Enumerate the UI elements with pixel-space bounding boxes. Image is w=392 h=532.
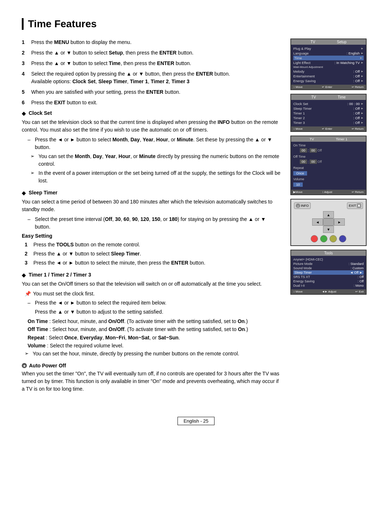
sleep-timer-body: You can select a time period of between …: [22, 198, 282, 213]
red-button[interactable]: [311, 235, 318, 242]
sleep-timer-bullets: – Select the preset time interval (Off, …: [28, 215, 282, 231]
diamond-icon: ◆: [22, 190, 26, 196]
volume-value: 10: [293, 182, 303, 187]
footer-exit: ↩ Exit: [355, 290, 364, 293]
setup-panel-footer: ↕ Move ↵ Enter ↩ Return: [291, 85, 366, 89]
row-label: Plug & Play: [293, 47, 311, 51]
nav-up-button[interactable]: ▲: [323, 211, 334, 218]
timer-header: ◆ Timer 1 / Timer 2 / Timer 3: [22, 272, 282, 278]
nav-left-button[interactable]: ◄: [312, 218, 323, 226]
row-value: : Off ►: [353, 69, 364, 73]
arrow-text: You can set the hour, minute, directly b…: [33, 350, 239, 358]
table-row: Timer 1 : Off ►: [293, 111, 364, 116]
exit-button[interactable]: EXIT: [347, 202, 363, 209]
footer-enter: ↵ Enter: [322, 85, 332, 89]
timer1-panel: TV Timer 1 On Time 00 : 00 Off: [290, 136, 367, 195]
info-icon: i: [296, 203, 300, 208]
auto-power-header: ★ Auto Power Off: [22, 363, 282, 368]
arrow-icon: ►: [361, 116, 364, 120]
time-panel-header: TV Time: [291, 94, 366, 100]
nav-right-button[interactable]: ►: [334, 218, 345, 226]
arrow-icon: ►: [361, 74, 364, 78]
remote-panel: i INFO EXIT ▲ ◄ ► ▼: [290, 199, 367, 246]
timer-note: 📌 You must set the clock first.: [25, 290, 282, 298]
off-time-boxes: 00 : 00 Off: [300, 160, 322, 164]
sleep-timer-title: Sleep Timer: [29, 190, 57, 196]
arrow-sym: ➢: [25, 350, 30, 358]
arrow-icon: ►: [361, 102, 364, 105]
list-item: – Press the ◄ or ► button to select Mont…: [28, 136, 282, 151]
table-row: Anynet+ (HDMI-CEC): [293, 257, 364, 262]
row-label: Dual I-II: [293, 284, 305, 287]
table-row: Energy Saving : Off ►: [293, 78, 364, 83]
note-circle-icon: ★: [22, 363, 27, 368]
list-item: – Select the preset time interval (Off, …: [28, 215, 282, 231]
info-button[interactable]: i INFO: [294, 202, 311, 209]
nav-ok-button[interactable]: [323, 218, 334, 226]
on-min: 00: [310, 148, 317, 153]
svg-text:★: ★: [23, 364, 26, 368]
row-label: Picture Mode: [293, 262, 313, 266]
exit-label: EXIT: [349, 204, 356, 207]
step-list: 1 Press the MENU button to display the m…: [22, 39, 282, 106]
right-panels: TV Setup Plug & Play ► Language : Englis…: [290, 39, 370, 395]
off-time-label: Off Time: [293, 155, 306, 158]
row-value: : In Watching TV ►: [334, 61, 364, 65]
row-label: Melody: [293, 69, 305, 73]
step-text: Press the TOOLS button on the remote con…: [33, 241, 140, 249]
step-text: Press the ◄ or ► button to select the mi…: [33, 259, 205, 267]
row-label: SRS TS XT: [293, 275, 310, 279]
on-time-boxes: 00 : 00 Off: [300, 148, 322, 153]
step-number: 1: [25, 241, 30, 249]
table-row: Language : English ►: [293, 51, 364, 56]
row-label: Sleep Timer: [293, 106, 312, 110]
off-time-row: 00 : 00 Off: [293, 159, 364, 164]
row-label: Clock Set: [293, 102, 308, 106]
nav-down-button[interactable]: ▼: [323, 226, 334, 233]
repeat-label: Repeat: [293, 166, 304, 170]
row-value: : Off: [358, 279, 364, 283]
row-value: : Off ►: [353, 111, 364, 115]
off-hour: 00: [300, 160, 307, 164]
remote-top-row: i INFO EXIT: [294, 202, 363, 209]
list-item: ➢ In the event of a power interruption o…: [30, 169, 282, 185]
tools-body: Anynet+ (HDMI-CEC) Picture Mode : Standa…: [291, 256, 366, 289]
timer-details: On Time : Select hour, minute, and On/Of…: [28, 317, 282, 350]
tv-label: TV: [311, 40, 315, 44]
table-row: SRS TS XT : Off: [293, 275, 364, 279]
page-number: English - 25: [177, 417, 215, 425]
step-1: 1 Press the MENU button to display the m…: [22, 39, 282, 46]
repeat-value: Once: [293, 171, 307, 176]
row-label: Light Effect: [293, 61, 310, 65]
step-text: Press the ▲ or ▼ button to select Sleep …: [33, 250, 141, 258]
off-status: Off: [318, 160, 322, 164]
info-label: INFO: [301, 204, 309, 207]
list-item-text: You can set the Month, Day, Year, Hour, …: [38, 153, 282, 168]
note-sym: 📌: [25, 290, 31, 298]
list-item: – Press the ◄ or ► button to select the …: [28, 299, 282, 307]
green-button[interactable]: [320, 235, 327, 242]
footer-move: ↕ Move: [293, 85, 303, 89]
tools-label: Tools: [324, 251, 332, 255]
bullet-sym: –: [28, 299, 33, 307]
tv-label: TV: [311, 95, 316, 99]
yellow-button[interactable]: [330, 235, 337, 242]
table-row: Picture Mode : Standard: [293, 262, 364, 266]
tools-footer: ↕ Move ◄► Adjust ↩ Exit: [291, 289, 366, 294]
step-6: 6 Press the EXIT button to exit.: [22, 99, 282, 106]
footer-adjust: ↕ Adjust: [322, 190, 332, 194]
time-panel: TV Time Clock Set : 00 : 00 ► Sleep Time…: [290, 94, 367, 132]
table-row: Plug & Play ►: [293, 46, 364, 51]
row-value: : Standard: [348, 262, 364, 266]
on-time-row: 00 : 00 Off: [293, 148, 364, 153]
row-value: ◄ Off ►: [350, 271, 363, 274]
list-item: 2 Press the ▲ or ▼ button to select Slee…: [25, 250, 282, 258]
footer-move: ↕ Move: [293, 290, 303, 293]
row-value: : Mono: [354, 284, 364, 287]
step-content: Press the EXIT button to exit.: [31, 99, 282, 106]
on-time-label: On Time: [293, 144, 306, 147]
on-hour: 00: [300, 148, 307, 153]
table-row: Light Effect : In Watching TV ►: [293, 60, 364, 65]
clock-set-section: ◆ Clock Set You can set the television c…: [22, 110, 282, 185]
blue-button[interactable]: [339, 235, 346, 242]
